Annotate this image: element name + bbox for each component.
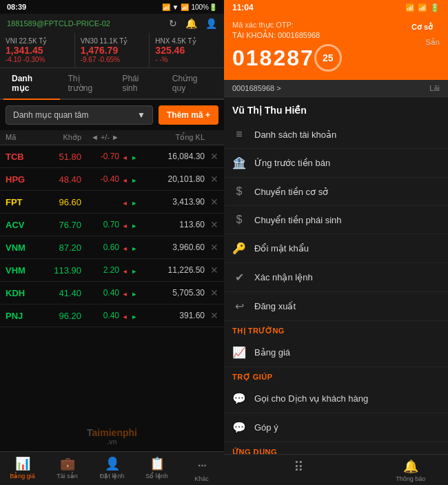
remove-stock-button[interactable]: ✕ bbox=[205, 287, 218, 298]
bottom-nav-right: ⠿ 🔔 Thông báo bbox=[224, 454, 448, 485]
tab-phai-sinh[interactable]: Phái sinh bbox=[114, 68, 163, 99]
menu-item[interactable]: ↩ Đăng xuất bbox=[224, 292, 448, 321]
remove-stock-button[interactable]: ✕ bbox=[205, 196, 218, 207]
time-right: 11:04 bbox=[232, 3, 254, 12]
stock-change: 2.20 bbox=[81, 265, 119, 275]
nav-so-lenh[interactable]: 📋 Sổ lệnh bbox=[134, 456, 179, 482]
menu-section-title: THỊ TRƯỜNG bbox=[224, 321, 448, 338]
tab-danh-muc[interactable]: Danh mục bbox=[3, 68, 60, 99]
menu-item[interactable]: 📈 Bảng giá bbox=[224, 338, 448, 367]
table-row[interactable]: HPG 48.40 -0.40 ◄ ► 20,101.80 ✕ bbox=[0, 168, 224, 191]
otp-timer: 25 bbox=[314, 44, 342, 72]
tab-chung-quy[interactable]: Chứng quy bbox=[164, 68, 221, 99]
tai-san-icon: 💼 bbox=[60, 456, 75, 471]
nav-dat-lenh[interactable]: 👤 Đặt lệnh bbox=[90, 456, 134, 482]
col-header-arrows bbox=[119, 133, 140, 142]
table-row[interactable]: VNM 87.20 0.60 ◄ ► 3,960.60 ✕ bbox=[0, 236, 224, 259]
filter-select[interactable]: Danh mục quan tâm ▼ bbox=[6, 105, 153, 125]
menu-item-icon: 🏦 bbox=[232, 156, 246, 169]
stock-khop: 76.70 bbox=[43, 220, 81, 230]
menu-item-label: Xác nhận lệnh bbox=[254, 272, 313, 282]
stock-ma: TCB bbox=[6, 152, 43, 162]
remove-stock-button[interactable]: ✕ bbox=[205, 265, 218, 276]
account-number[interactable]: 0001685968 > bbox=[232, 84, 281, 92]
menu-item[interactable]: 🔑 Đổi mật khẩu bbox=[224, 234, 448, 263]
menu-item[interactable]: 🏦 Ứng trước tiền bán bbox=[224, 149, 448, 178]
menu-item[interactable]: $ Chuyển tiền cơ sở bbox=[224, 178, 448, 206]
stock-kl: 3,960.60 bbox=[140, 242, 205, 252]
market-indices: VNI 22.5K Tỷ 1,341.45 -4.10 -0.30% VN30 … bbox=[0, 33, 224, 68]
vni-name: VNI 22.5K Tỷ bbox=[6, 37, 69, 45]
menu-item[interactable]: 💬 Góp ý bbox=[224, 413, 448, 442]
otp-code: 018287 bbox=[232, 45, 314, 71]
refresh-icon[interactable]: ↻ bbox=[169, 18, 177, 29]
col-header-ma: Mã bbox=[6, 133, 43, 142]
menu-item-icon: 📈 bbox=[232, 346, 246, 359]
bell-icon[interactable]: 🔔 bbox=[185, 18, 197, 29]
nav-grid[interactable]: ⠿ bbox=[224, 459, 374, 482]
menu-section-title: TRỢ GIÚP bbox=[224, 367, 448, 384]
status-icons-left: 📶 ▼ 📶 100%🔋 bbox=[162, 3, 217, 11]
table-row[interactable]: ACV 76.70 0.70 ◄ ► 113.60 ✕ bbox=[0, 214, 224, 236]
arrow-right-icon: ► bbox=[131, 154, 137, 161]
remove-stock-button[interactable]: ✕ bbox=[205, 174, 218, 185]
index-vn30[interactable]: VN30 11.1K Tỷ 1,476.79 -9.67 -0.65% bbox=[75, 33, 150, 68]
arrow-left-icon: ◄ bbox=[122, 177, 128, 184]
nav-tai-san[interactable]: 💼 Tài sản bbox=[45, 456, 90, 482]
stock-khop: 96.60 bbox=[43, 197, 81, 207]
user-icon[interactable]: 👤 bbox=[205, 18, 217, 29]
table-row[interactable]: VHM 113.90 2.20 ◄ ► 11,226.50 ✕ bbox=[0, 259, 224, 282]
table-row[interactable]: FPT 96.60 - ◄ ► 3,413.90 ✕ bbox=[0, 191, 224, 214]
menu-item[interactable]: $ Chuyển tiền phái sinh bbox=[224, 206, 448, 234]
stock-khop: 87.20 bbox=[43, 242, 81, 253]
menu-item-icon: 💬 bbox=[232, 392, 246, 405]
index-hnx[interactable]: HNX 4.5K Tỷ 325.46 - -% bbox=[150, 33, 224, 68]
account-section: 0001685968 > Lãi bbox=[224, 80, 448, 97]
stock-ma: VNM bbox=[6, 242, 43, 253]
menu-item[interactable]: ≡ Danh sách tài khoản bbox=[224, 121, 448, 149]
add-ma-button[interactable]: Thêm mã + bbox=[159, 105, 218, 125]
co-so-button[interactable]: Cơ sở bbox=[405, 21, 440, 34]
arrow-right-icon: ► bbox=[131, 268, 137, 275]
otp-account: TÀI KHOẢN: 0001685968 bbox=[232, 31, 342, 40]
account-bar: 1881589@FPTCLD-PRICE-02 ↻ 🔔 👤 bbox=[0, 14, 224, 33]
stock-arrows: ◄ ► bbox=[119, 241, 140, 254]
bottom-nav-left: 📊 Bảng giá 💼 Tài sản 👤 Đặt lệnh 📋 Sổ lện… bbox=[0, 451, 224, 485]
remove-stock-button[interactable]: ✕ bbox=[205, 219, 218, 230]
table-row[interactable]: PNJ 96.20 0.40 ◄ ► 391.60 ✕ bbox=[0, 305, 224, 327]
stock-ma: KDH bbox=[6, 288, 43, 298]
stock-khop: 96.20 bbox=[43, 311, 81, 321]
tab-thi-truong[interactable]: Thị trường bbox=[60, 68, 114, 99]
otp-section: Mã xác thực OTP: TÀI KHOẢN: 0001685968 0… bbox=[224, 15, 448, 80]
dat-lenh-icon: 👤 bbox=[105, 456, 120, 471]
hnx-name: HNX 4.5K Tỷ bbox=[155, 37, 218, 45]
table-row[interactable]: TCB 51.80 -0.70 ◄ ► 16,084.30 ✕ bbox=[0, 145, 224, 168]
stock-ma: PNJ bbox=[6, 311, 43, 321]
tai-san-label: Tài sản bbox=[57, 473, 78, 479]
account-id[interactable]: 1881589@FPTCLD-PRICE-02 bbox=[7, 19, 110, 28]
menu-item-icon: $ bbox=[232, 214, 246, 226]
remove-stock-button[interactable]: ✕ bbox=[205, 310, 218, 321]
menu-item[interactable]: ✔ Xác nhận lệnh bbox=[224, 263, 448, 292]
index-vni[interactable]: VNI 22.5K Tỷ 1,341.45 -4.10 -0.30% bbox=[0, 33, 75, 68]
stock-change: 0.60 bbox=[81, 242, 119, 252]
chevron-down-icon: ▼ bbox=[137, 110, 145, 120]
menu-item-label: Ứng trước tiền bán bbox=[254, 158, 330, 168]
bang-gia-label: Bảng giá bbox=[10, 473, 35, 479]
table-row[interactable]: KDH 41.40 0.40 ◄ ► 5,705.30 ✕ bbox=[0, 282, 224, 305]
table-header: Mã Khớp ◄ +/- ► Tổng KL bbox=[0, 130, 224, 145]
stock-khop: 51.80 bbox=[43, 152, 81, 162]
stock-kl: 16,084.30 bbox=[140, 152, 205, 161]
nav-khac[interactable]: ··· Khác bbox=[179, 456, 224, 482]
stock-arrows: ◄ ► bbox=[119, 264, 140, 276]
nav-bang-gia[interactable]: 📊 Bảng giá bbox=[0, 456, 45, 482]
arrow-right-icon: ► bbox=[131, 313, 137, 320]
remove-stock-button[interactable]: ✕ bbox=[205, 151, 218, 162]
left-panel: 08:39 📶 ▼ 📶 100%🔋 1881589@FPTCLD-PRICE-0… bbox=[0, 0, 224, 485]
menu-item-icon: ✔ bbox=[232, 271, 246, 284]
battery-icon-right: 🔋 bbox=[430, 3, 440, 12]
menu-item[interactable]: 💬 Gọi cho Dịch vụ khách hàng bbox=[224, 384, 448, 413]
nav-thong-bao[interactable]: 🔔 Thông báo bbox=[374, 459, 448, 482]
stock-khop: 48.40 bbox=[43, 174, 81, 185]
remove-stock-button[interactable]: ✕ bbox=[205, 242, 218, 253]
